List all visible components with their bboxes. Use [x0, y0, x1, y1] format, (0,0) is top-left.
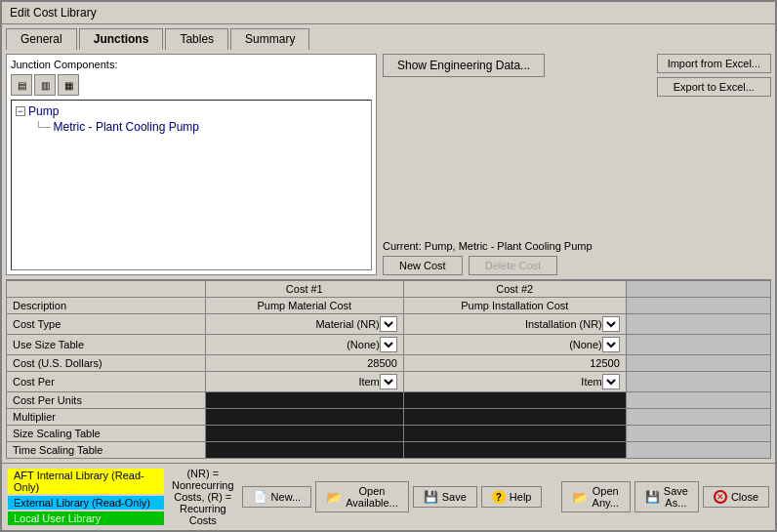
save-as-button[interactable]: 💾 Save As... [634, 481, 699, 512]
cost1-size-scaling-cell [205, 426, 403, 442]
help-button[interactable]: ? Help [481, 486, 543, 508]
table-row: Cost Per Item Item [7, 372, 771, 392]
gray-cell [626, 426, 770, 442]
bottom-section: AFT Internal Library (Read-Only) Externa… [2, 463, 775, 530]
left-panel: Junction Components: ▤ ▥ ▦ − Pump └─ Met… [6, 54, 377, 275]
cost2-size-select[interactable] [602, 337, 620, 352]
folder-any-icon: 📂 [572, 490, 588, 505]
cost2-type-select[interactable] [602, 316, 620, 332]
cost2-header: Cost #2 [403, 281, 626, 298]
tab-tables[interactable]: Tables [165, 28, 228, 50]
cost1-per-select[interactable] [380, 374, 397, 389]
row-label-cost-dollars: Cost (U.S. Dollars) [7, 355, 206, 372]
tree-node-cooling-pump[interactable]: └─ Metric - Plant Cooling Pump [33, 120, 367, 134]
help-label: Help [510, 491, 532, 503]
cost1-multiplier-cell [205, 409, 403, 426]
gray-cell [626, 442, 770, 459]
cost1-size-select[interactable] [380, 337, 397, 352]
tree-toolbar: ▤ ▥ ▦ [11, 74, 372, 96]
cost2-dollars-cell: 12500 [403, 355, 626, 372]
cost2-per-select[interactable] [602, 374, 620, 389]
save-button[interactable]: 💾 Save [413, 486, 477, 508]
tab-junctions[interactable]: Junctions [79, 28, 164, 50]
cost2-type-value: Installation (NR) [410, 318, 602, 330]
export-to-excel-button[interactable]: Export to Excel... [657, 77, 771, 97]
row-label-use-size-table: Use Size Table [7, 335, 206, 355]
cost1-header: Cost #1 [205, 281, 403, 298]
import-export-buttons: Import from Excel... Export to Excel... [657, 54, 771, 97]
center-buttons: Show Engineering Data... [383, 54, 545, 77]
current-info-area: Current: Pump, Metric - Plant Cooling Pu… [383, 240, 771, 275]
tab-bar: General Junctions Tables Summary [2, 24, 775, 50]
table-row: Multiplier [7, 409, 771, 426]
cost2-time-scaling-cell [403, 442, 626, 459]
import-from-excel-button[interactable]: Import from Excel... [657, 54, 771, 73]
new-doc-icon: 📄 [253, 490, 267, 504]
cost2-per-cell: Item [403, 372, 626, 392]
empty-header [7, 281, 206, 298]
cost1-size-table-value: (None) [212, 339, 380, 350]
table-row: Description Pump Material Cost Pump Inst… [7, 298, 771, 314]
cost1-type-select[interactable] [380, 316, 397, 332]
row-label-cost-per-units: Cost Per Units [7, 392, 206, 409]
save-icon: 💾 [424, 490, 438, 504]
gray-cell [626, 372, 770, 392]
show-engineering-data-button[interactable]: Show Engineering Data... [383, 54, 545, 77]
cost1-size-table-cell: (None) [205, 335, 403, 355]
cost2-type-cell: Installation (NR) [403, 314, 626, 335]
right-top: Show Engineering Data... Import from Exc… [383, 54, 771, 97]
cost2-description: Pump Installation Cost [403, 298, 626, 314]
row-label-size-scaling: Size Scaling Table [7, 426, 206, 442]
table-row: Time Scaling Table [7, 442, 771, 459]
folder-open-icon: 📂 [326, 490, 342, 505]
pump-label: Pump [28, 104, 59, 118]
row-label-description: Description [7, 298, 206, 314]
cost1-type-cell: Material (NR) [205, 314, 403, 335]
expand-pump-icon[interactable]: − [16, 106, 25, 116]
open-available-button[interactable]: 📂 Open Available... [315, 481, 409, 512]
tree-icon-1[interactable]: ▤ [11, 74, 32, 96]
gray-cell [626, 314, 770, 335]
tab-general[interactable]: General [6, 28, 77, 50]
open-any-button[interactable]: 📂 Open Any... [561, 481, 631, 512]
cost2-per-value: Item [410, 376, 602, 388]
save-as-label: Save As... [664, 485, 688, 509]
top-section: Junction Components: ▤ ▥ ▦ − Pump └─ Met… [6, 54, 771, 275]
row-label-cost-per: Cost Per [7, 372, 206, 392]
row-label-cost-type: Cost Type [7, 314, 206, 335]
tree-connector-icon: └─ [35, 121, 51, 133]
bottom-buttons: 📄 New... 📂 Open Available... 💾 Save ? He… [242, 481, 543, 512]
main-content: Junction Components: ▤ ▥ ▦ − Pump └─ Met… [2, 50, 775, 463]
open-any-label: Open Any... [592, 485, 620, 509]
cost-actions: New Cost Delete Cost [383, 256, 771, 275]
cost2-per-units-cell [403, 392, 626, 409]
row-label-time-scaling: Time Scaling Table [7, 442, 206, 459]
gray-cell [626, 355, 770, 372]
library-labels: AFT Internal Library (Read-Only) Externa… [8, 469, 164, 525]
new-button-label: New... [271, 491, 302, 503]
cost1-per-units-cell [205, 392, 403, 409]
gray-cell [626, 298, 770, 314]
cost1-per-value: Item [212, 376, 380, 388]
cost-table: Cost #1 Cost #2 Description Pump Materia… [6, 280, 771, 459]
close-icon: ✕ [714, 490, 727, 504]
tab-summary[interactable]: Summary [230, 28, 309, 50]
delete-cost-button[interactable]: Delete Cost [469, 256, 557, 275]
cost1-dollars-cell: 28500 [205, 355, 403, 372]
tree-icon-2[interactable]: ▥ [34, 74, 56, 96]
new-button[interactable]: 📄 New... [242, 486, 312, 508]
table-row: Cost Type Material (NR) Installation (NR… [7, 314, 771, 335]
row-label-multiplier: Multiplier [7, 409, 206, 426]
close-button[interactable]: ✕ Close [703, 486, 769, 508]
new-cost-button[interactable]: New Cost [383, 256, 463, 275]
table-row: Use Size Table (None) (None) [7, 335, 771, 355]
table-row: Cost Per Units [7, 392, 771, 409]
open-available-label: Open Available... [346, 485, 398, 509]
right-panel: Show Engineering Data... Import from Exc… [383, 54, 771, 275]
aft-library-badge: AFT Internal Library (Read-Only) [8, 469, 164, 494]
main-window: Edit Cost Library General Junctions Tabl… [0, 0, 777, 532]
tree-icon-3[interactable]: ▦ [58, 74, 79, 96]
tree-node-pump[interactable]: − Pump [16, 104, 367, 118]
gray-spacer-header [626, 281, 770, 298]
external-library-badge: External Library (Read-Only) [8, 496, 164, 510]
